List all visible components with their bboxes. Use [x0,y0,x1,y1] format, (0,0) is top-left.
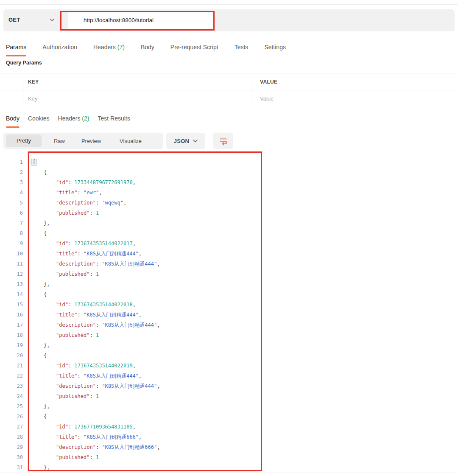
table-border-bottom [0,107,458,107]
response-body-json[interactable]: 1[2{3"id": 1733448796772691970,4"title":… [0,152,280,470]
response-tab-headers-label: Headers [58,115,81,122]
code-line: 12"published": 1 [0,269,280,279]
line-number: 11 [0,259,23,269]
indent-guide [44,442,44,452]
response-tab-body[interactable]: Body [6,115,20,126]
line-number: 5 [0,198,23,208]
indent-guide [44,269,44,279]
line-number: 20 [0,350,23,361]
indent-guide [44,238,44,249]
response-tab-test-results-label: Test Results [98,115,130,122]
tab-pre-request-script[interactable]: Pre-request Script [170,44,218,55]
tab-body[interactable]: Body [141,44,154,55]
view-mode-visualize[interactable]: Visualize [115,138,146,144]
code-line: 18"published": 1 [0,330,280,340]
bottom-divider [0,473,458,473]
tab-settings[interactable]: Settings [264,44,286,55]
code-line: 31}, [0,462,280,470]
table-header-divider [0,90,458,90]
chevron-down-icon[interactable] [50,18,55,22]
indent-guide [44,330,44,340]
line-number: 14 [0,289,23,300]
line-number: 9 [0,238,23,249]
line-number: 1 [0,157,23,167]
column-header-value: VALUE [260,79,277,85]
indent-guide [44,381,44,391]
tab-params[interactable]: Params [6,44,26,55]
code-line: 28"title": "K8S从入门到精通666", [0,432,280,442]
view-mode-preview[interactable]: Preview [78,138,104,144]
response-tab-body-label: Body [6,115,20,122]
line-number: 23 [0,381,23,391]
key-input-placeholder[interactable]: Key [28,95,37,102]
view-mode-pretty[interactable]: Pretty [6,134,42,147]
code-line: 14{ [0,289,280,300]
tab-headers-label: Headers [93,44,116,50]
column-header-key: KEY [28,79,39,85]
response-tab-cookies[interactable]: Cookies [28,115,50,126]
table-gutter-divider [23,73,23,107]
code-line: 1[ [0,157,280,167]
line-number: 27 [0,422,23,432]
tab-authorization-label: Authorization [42,44,77,50]
tab-settings-label: Settings [264,44,286,50]
indent-guide [44,310,44,320]
line-number: 17 [0,320,23,330]
wrap-line-button[interactable] [213,133,233,149]
line-number: 19 [0,340,23,350]
line-number: 7 [0,218,23,228]
format-select[interactable]: JSON [166,133,205,149]
tab-headers[interactable]: Headers (7) [93,44,125,55]
indent-guide [44,300,44,310]
line-number: 10 [0,249,23,259]
code-line: 16"title": "K8S从入门到精通444", [0,310,280,320]
indent-guide [44,432,44,442]
response-tab-cookies-label: Cookies [28,115,50,122]
indent-guide [44,259,44,269]
response-tab-test-results[interactable]: Test Results [98,115,130,126]
code-line: 13}, [0,279,280,289]
view-mode-raw[interactable]: Raw [51,138,68,144]
indent-guide [44,422,44,432]
query-params-heading: Query Params [6,60,42,66]
response-tab-headers[interactable]: Headers (2) [58,115,89,126]
tab-authorization[interactable]: Authorization [42,44,77,55]
code-line: 7}, [0,218,280,228]
code-line: 15"id": 1736743535144022018, [0,300,280,310]
line-number: 16 [0,310,23,320]
chevron-down-icon [193,140,198,143]
indent-guide [44,188,44,198]
tab-pre-request-script-label: Pre-request Script [170,44,218,50]
tab-tests-label: Tests [235,44,249,50]
indent-guide [44,320,44,330]
code-line: 3"id": 1733448796772691970, [0,177,280,188]
method-select[interactable]: GET [8,17,20,23]
wrap-line-icon [219,137,228,146]
indent-guide [44,208,44,218]
code-line: 22"title": "K8S从入门到精通444", [0,371,280,381]
code-line: 29"description": "K8S从入门到精通666", [0,442,280,452]
top-divider [0,4,458,5]
indent-guide [44,177,44,188]
line-number: 4 [0,188,23,198]
line-number: 12 [0,269,23,279]
tab-params-label: Params [6,44,26,50]
indent-guide [44,371,44,381]
postman-request-page: GET http://localhost:8800/tutorial Param… [0,0,458,476]
line-number: 28 [0,432,23,442]
indent-guide [44,198,44,208]
value-input-placeholder[interactable]: Value [260,95,274,102]
format-select-value: JSON [174,138,190,144]
code-line: 8{ [0,228,280,238]
headers-count-badge: (7) [117,44,125,50]
table-border-top [0,73,458,73]
line-number: 21 [0,361,23,371]
response-tabs: Body Cookies Headers (2) Test Results [6,115,130,126]
tab-tests[interactable]: Tests [235,44,249,55]
line-number: 31 [0,462,23,470]
line-number: 13 [0,279,23,289]
code-line: 4"title": "ewr", [0,188,280,198]
table-column-divider [252,73,252,107]
line-number: 26 [0,412,23,422]
url-value[interactable]: http://localhost:8800/tutorial [84,17,154,23]
